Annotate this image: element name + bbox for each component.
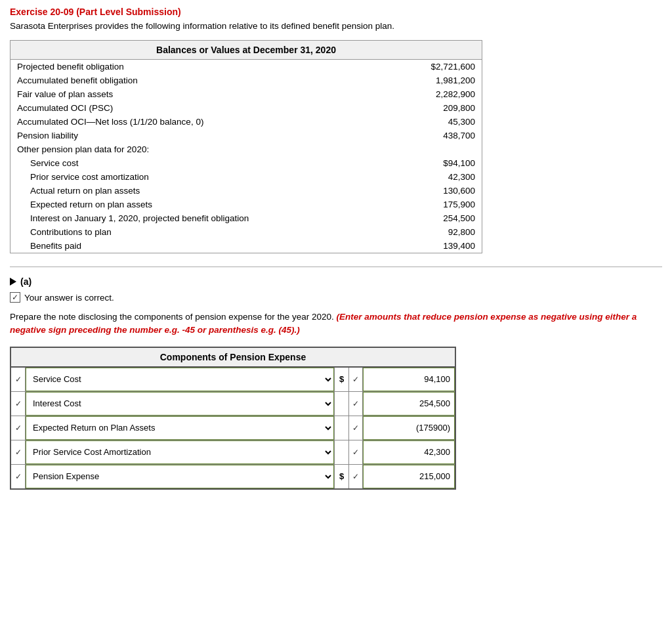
pension-row: ✓Pension Expense$✓ — [11, 465, 455, 488]
check-left: ✓ — [11, 465, 26, 488]
correct-text: Your answer is correct. — [24, 293, 114, 303]
dollar-sign — [334, 440, 348, 464]
dollar-sign: $ — [334, 368, 348, 391]
pension-label-select[interactable]: Prior Service Cost Amortization — [26, 440, 334, 464]
balance-row-value: $2,721,600 — [378, 60, 482, 74]
balance-row-value: 175,900 — [378, 198, 482, 211]
section-a: (a) ✓ Your answer is correct. Prepare th… — [10, 276, 662, 490]
check-icon: ✓ — [352, 423, 359, 433]
check-icon: ✓ — [352, 375, 359, 384]
pension-label-select[interactable]: Expected Return on Plan Assets — [26, 416, 334, 440]
balance-row-label: Interest on January 1, 2020, projected b… — [10, 211, 378, 225]
pension-label-select[interactable]: Pension Expense — [26, 465, 334, 488]
dollar-sign — [334, 392, 348, 416]
correct-badge: ✓ Your answer is correct. — [10, 292, 662, 303]
check-icon: ✓ — [352, 448, 359, 457]
balance-row-value: 130,600 — [378, 184, 482, 198]
check-icon: ✓ — [15, 472, 22, 481]
check-right: ✓ — [348, 416, 363, 440]
balance-row-value: 254,500 — [378, 211, 482, 225]
balance-row-value: 92,800 — [378, 225, 482, 239]
balance-row-label: Prior service cost amortization — [10, 170, 378, 184]
balance-row-value: 42,300 — [378, 170, 482, 184]
check-left: ✓ — [11, 368, 26, 391]
exercise-title: Exercise 20-09 (Part Level Submission) — [10, 7, 662, 17]
check-icon: ✓ — [15, 399, 22, 408]
balance-table: Balances or Values at December 31, 2020 … — [10, 40, 482, 253]
balance-row-label: Projected benefit obligation — [10, 60, 378, 74]
correct-checkbox: ✓ — [10, 292, 20, 303]
balance-row-value — [378, 142, 482, 156]
pension-label-select[interactable]: Interest Cost — [26, 392, 334, 416]
balance-row-value: 1,981,200 — [378, 74, 482, 87]
balance-row-label: Fair value of plan assets — [10, 87, 378, 101]
pension-value-input[interactable] — [363, 392, 455, 416]
balance-row-label: Accumulated OCI—Net loss (1/1/20 balance… — [10, 115, 378, 129]
balance-row-value: 438,700 — [378, 129, 482, 142]
check-icon: ✓ — [15, 423, 22, 433]
balance-row-value: $94,100 — [378, 156, 482, 170]
pension-value-input[interactable] — [363, 465, 455, 488]
dollar-sign — [334, 416, 348, 440]
section-a-label: (a) — [20, 276, 32, 287]
pension-value-input[interactable] — [363, 416, 455, 440]
balance-row-label: Benefits paid — [10, 239, 378, 253]
check-left: ✓ — [11, 392, 26, 416]
check-right: ✓ — [348, 368, 363, 391]
balance-row-label: Pension liability — [10, 129, 378, 142]
dollar-sign: $ — [334, 465, 348, 488]
balance-row-label: Service cost — [10, 156, 378, 170]
pension-value-input[interactable] — [363, 368, 455, 391]
check-left: ✓ — [11, 416, 26, 440]
balance-row-label: Contributions to plan — [10, 225, 378, 239]
balance-table-header: Balances or Values at December 31, 2020 — [10, 41, 482, 60]
check-icon: ✓ — [352, 472, 359, 481]
pension-row: ✓Service Cost$✓ — [11, 368, 455, 392]
balance-row-label: Expected return on plan assets — [10, 198, 378, 211]
balance-row-value: 209,800 — [378, 101, 482, 115]
pension-label-select[interactable]: Service Cost — [26, 368, 334, 391]
balance-row-value: 45,300 — [378, 115, 482, 129]
check-icon: ✓ — [352, 399, 359, 408]
check-icon: ✓ — [15, 448, 22, 457]
section-divider — [10, 267, 662, 267]
instruction-text: Prepare the note disclosing the componen… — [10, 310, 662, 337]
balance-row-label: Actual return on plan assets — [10, 184, 378, 198]
check-left: ✓ — [11, 440, 26, 464]
pension-value-input[interactable] — [363, 440, 455, 464]
triangle-icon — [10, 278, 16, 286]
balance-row-label: Other pension plan data for 2020: — [10, 142, 378, 156]
pension-table-header: Components of Pension Expense — [11, 348, 455, 368]
check-right: ✓ — [348, 392, 363, 416]
pension-row: ✓Interest Cost✓ — [11, 392, 455, 416]
section-a-title: (a) — [10, 276, 662, 287]
pension-row: ✓Expected Return on Plan Assets✓ — [11, 416, 455, 440]
balance-row-value: 2,282,900 — [378, 87, 482, 101]
check-right: ✓ — [348, 440, 363, 464]
balance-row-label: Accumulated benefit obligation — [10, 74, 378, 87]
pension-row: ✓Prior Service Cost Amortization✓ — [11, 440, 455, 465]
intro-text: Sarasota Enterprises provides the follow… — [10, 21, 662, 31]
pension-expense-table: Components of Pension Expense ✓Service C… — [10, 347, 456, 490]
check-icon: ✓ — [15, 375, 22, 384]
balance-row-label: Accumulated OCI (PSC) — [10, 101, 378, 115]
check-right: ✓ — [348, 465, 363, 488]
balance-row-value: 139,400 — [378, 239, 482, 253]
